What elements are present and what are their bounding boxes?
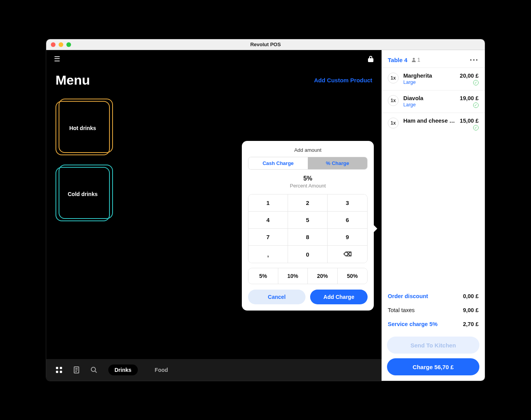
grid-icon[interactable]	[56, 366, 62, 373]
order-menu-icon[interactable]: ···	[470, 56, 479, 64]
key-0[interactable]: 0	[288, 246, 328, 263]
page-title: Menu	[56, 73, 90, 88]
order-item[interactable]: 1x Diavola Large 19,00 £ ✓	[382, 90, 485, 113]
confirmed-icon: ✓	[473, 102, 479, 108]
app-window: Revolut POS ☰ Menu Add Custom Product Ho…	[46, 39, 485, 381]
amount-display: 5%	[248, 175, 368, 182]
cancel-button[interactable]: Cancel	[248, 290, 305, 304]
preset-10[interactable]: 10%	[278, 268, 308, 284]
charge-type-toggle: Cash Charge % Charge	[248, 157, 368, 170]
svg-rect-0	[56, 367, 58, 369]
key-backspace[interactable]: ⌫	[328, 246, 367, 263]
order-item[interactable]: 1x Ham and cheese sa… 15,00 £ ✓	[382, 113, 485, 135]
key-8[interactable]: 8	[288, 229, 328, 246]
item-name: Ham and cheese sa…	[403, 118, 455, 124]
order-discount-row[interactable]: Order discount 0,00 £	[388, 289, 479, 303]
receipt-icon[interactable]	[73, 366, 80, 373]
order-item[interactable]: 1x Margherita Large 20,00 £ ✓	[382, 68, 485, 90]
tab-percent-charge[interactable]: % Charge	[308, 157, 367, 169]
charge-button[interactable]: Charge 56,70 £	[387, 358, 479, 375]
key-7[interactable]: 7	[248, 229, 288, 246]
keypad: 1 2 3 4 5 6 7 8 9 , 0 ⌫	[248, 194, 368, 263]
category-label: Hot drinks	[56, 101, 110, 155]
key-3[interactable]: 3	[328, 194, 367, 212]
service-charge-row[interactable]: Service charge 5% 2,70 £	[388, 317, 479, 331]
menu-icon[interactable]: ☰	[54, 55, 60, 63]
amount-label: Percent Amount	[248, 183, 368, 189]
svg-rect-1	[60, 367, 62, 369]
window-title: Revolut POS	[46, 42, 485, 47]
item-name: Margherita	[403, 73, 455, 79]
add-charge-button[interactable]: Add Charge	[310, 290, 368, 304]
preset-20[interactable]: 20%	[308, 268, 338, 284]
item-price: 20,00 £	[460, 73, 479, 79]
category-cold-drinks[interactable]: Cold drinks	[56, 165, 114, 223]
confirmed-icon: ✓	[473, 125, 479, 130]
popover-title: Add amount	[248, 147, 368, 153]
item-name: Diavola	[403, 95, 455, 101]
svg-point-8	[91, 367, 95, 371]
search-icon[interactable]	[90, 366, 97, 373]
qty-badge: 1x	[388, 73, 399, 83]
item-variant: Large	[403, 80, 455, 85]
svg-line-9	[95, 371, 97, 373]
titlebar: Revolut POS	[46, 39, 485, 50]
key-6[interactable]: 6	[328, 212, 367, 229]
send-to-kitchen-button[interactable]: Send To Kitchen	[387, 337, 479, 354]
main-panel: ☰ Menu Add Custom Product Hot drinks Col…	[46, 50, 382, 381]
bottom-bar: Drinks Food	[46, 359, 382, 381]
table-label[interactable]: Table 4	[388, 57, 408, 63]
key-9[interactable]: 9	[328, 229, 367, 246]
tab-drinks[interactable]: Drinks	[108, 364, 138, 375]
key-4[interactable]: 4	[248, 212, 288, 229]
qty-badge: 1x	[388, 118, 399, 128]
key-comma[interactable]: ,	[248, 246, 288, 263]
category-label: Cold drinks	[56, 167, 110, 221]
charge-popover: Add amount Cash Charge % Charge 5% Perce…	[242, 141, 374, 311]
item-price: 19,00 £	[460, 95, 479, 101]
confirmed-icon: ✓	[473, 80, 479, 85]
qty-badge: 1x	[388, 95, 399, 106]
category-hot-drinks[interactable]: Hot drinks	[56, 99, 114, 157]
party-size: 1	[411, 57, 420, 63]
add-custom-product-link[interactable]: Add Custom Product	[314, 77, 372, 83]
svg-point-10	[413, 58, 415, 60]
total-taxes-row: Total taxes 9,00 £	[388, 303, 479, 317]
item-price: 15,00 £	[460, 118, 479, 124]
order-sidebar: Table 4 1 ··· 1x Margherita Large	[382, 50, 485, 381]
tab-food[interactable]: Food	[149, 364, 174, 375]
item-variant: Large	[403, 102, 455, 108]
key-1[interactable]: 1	[248, 194, 288, 212]
svg-rect-3	[60, 371, 62, 373]
lock-icon[interactable]	[368, 56, 374, 62]
svg-rect-2	[56, 371, 58, 373]
preset-5[interactable]: 5%	[248, 268, 278, 284]
preset-50[interactable]: 50%	[338, 268, 368, 284]
tab-cash-charge[interactable]: Cash Charge	[248, 157, 308, 169]
key-2[interactable]: 2	[288, 194, 328, 212]
key-5[interactable]: 5	[288, 212, 328, 229]
preset-row: 5% 10% 20% 50%	[248, 268, 368, 284]
